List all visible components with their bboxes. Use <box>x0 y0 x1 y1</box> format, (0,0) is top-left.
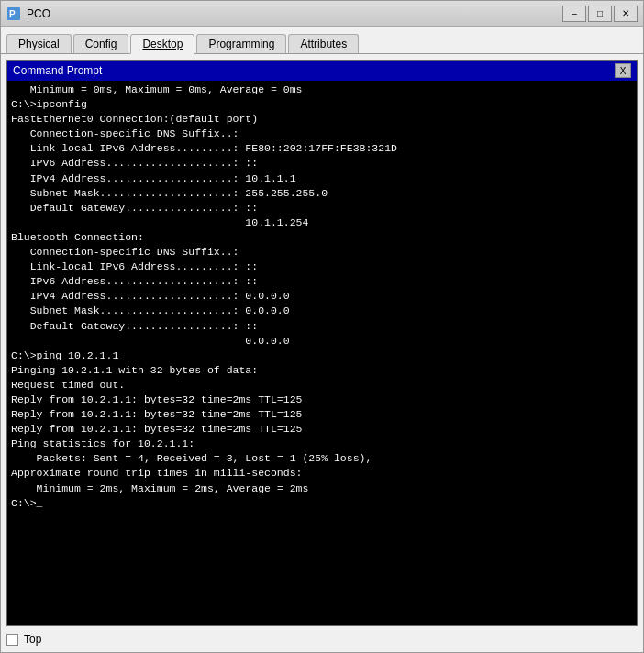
terminal-line: Ping statistics for 10.2.1.1: <box>11 437 633 451</box>
tab-attributes[interactable]: Attributes <box>288 34 359 53</box>
cmd-titlebar: Command Prompt X <box>7 61 637 81</box>
title-bar: P PCO – □ ✕ <box>1 1 643 27</box>
terminal-line: 0.0.0.0 <box>11 334 633 349</box>
main-window: P PCO – □ ✕ Physical Config Desktop Prog… <box>0 0 644 653</box>
cmd-window: Command Prompt X Minimum = 0ms, Maximum … <box>6 60 638 626</box>
terminal-line: Reply from 10.2.1.1: bytes=32 time=2ms T… <box>11 393 633 407</box>
terminal-line: Packets: Sent = 4, Received = 3, Lost = … <box>11 451 633 466</box>
terminal-line: Reply from 10.2.1.1: bytes=32 time=2ms T… <box>11 407 633 422</box>
tab-programming[interactable]: Programming <box>196 34 286 53</box>
terminal-line: IPv6 Address....................: :: <box>11 274 633 289</box>
tab-physical[interactable]: Physical <box>6 34 72 53</box>
terminal-line: Bluetooth Connection: <box>11 230 633 245</box>
cmd-title: Command Prompt <box>13 64 102 77</box>
window-title: PCO <box>27 7 562 20</box>
terminal-body[interactable]: Minimum = 0ms, Maximum = 0ms, Average = … <box>7 81 637 625</box>
close-button[interactable]: ✕ <box>614 6 638 22</box>
terminal-line: Reply from 10.2.1.1: bytes=32 time=2ms T… <box>11 422 633 437</box>
svg-text:P: P <box>9 9 16 19</box>
terminal-line: Default Gateway.................: :: <box>11 319 633 334</box>
top-label: Top <box>24 633 41 646</box>
terminal-line: 10.1.1.254 <box>11 216 633 230</box>
tab-config[interactable]: Config <box>73 34 129 53</box>
terminal-line: Connection-specific DNS Suffix..: <box>11 245 633 260</box>
terminal-line: Subnet Mask.....................: 255.25… <box>11 186 633 201</box>
terminal-line: Default Gateway.................: :: <box>11 201 633 216</box>
terminal-line: C:\>_ <box>11 496 633 511</box>
terminal-line: Approximate round trip times in milli-se… <box>11 466 633 481</box>
terminal-line: Request timed out. <box>11 378 633 393</box>
terminal-line: Pinging 10.2.1.1 with 32 bytes of data: <box>11 363 633 378</box>
terminal-line: Minimum = 2ms, Maximum = 2ms, Average = … <box>11 481 633 496</box>
terminal-line: Link-local IPv6 Address.........: :: <box>11 260 633 274</box>
tab-desktop[interactable]: Desktop <box>130 34 194 54</box>
top-checkbox[interactable] <box>6 634 18 646</box>
terminal-line: Minimum = 0ms, Maximum = 0ms, Average = … <box>11 83 633 97</box>
app-icon: P <box>6 6 21 21</box>
terminal-line: IPv4 Address....................: 10.1.1… <box>11 172 633 186</box>
terminal-line: C:\>ipconfig <box>11 97 633 112</box>
terminal-line: C:\>ping 10.2.1.1 <box>11 349 633 363</box>
bottom-bar: Top <box>1 626 643 652</box>
cmd-close-button[interactable]: X <box>615 63 631 78</box>
window-controls: – □ ✕ <box>562 6 638 22</box>
terminal-line: Connection-specific DNS Suffix..: <box>11 127 633 141</box>
terminal-line: Subnet Mask.....................: 0.0.0.… <box>11 304 633 318</box>
terminal-line: IPv6 Address....................: :: <box>11 156 633 171</box>
maximize-button[interactable]: □ <box>588 6 612 22</box>
terminal-line: FastEthernet0 Connection:(default port) <box>11 112 633 127</box>
terminal-line: Link-local IPv6 Address.........: FE80::… <box>11 141 633 156</box>
terminal-line: IPv4 Address....................: 0.0.0.… <box>11 289 633 304</box>
tab-bar: Physical Config Desktop Programming Attr… <box>1 27 643 54</box>
main-content: Command Prompt X Minimum = 0ms, Maximum … <box>1 54 643 626</box>
minimize-button[interactable]: – <box>562 6 586 22</box>
